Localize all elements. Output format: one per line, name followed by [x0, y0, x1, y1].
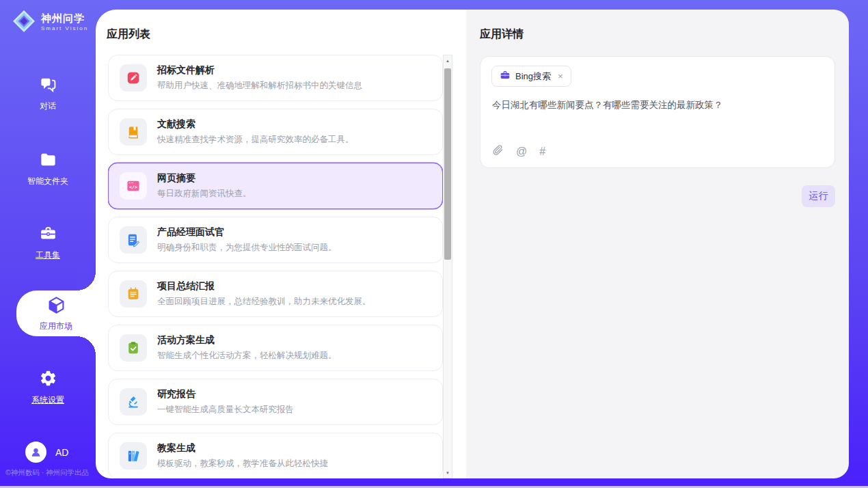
- sidebar-item-label: 系统设置: [31, 394, 64, 406]
- app-name: 活动方案生成: [157, 334, 337, 347]
- folder-icon: [39, 150, 57, 171]
- active-tab-top-curve: [77, 271, 96, 290]
- user-initials: AD: [55, 447, 68, 458]
- sidebar-item-label: 智能文件夹: [27, 176, 68, 187]
- clipboard-check-icon: [120, 334, 147, 362]
- app-name: 网页摘要: [157, 172, 252, 185]
- web-code-icon: </>: [120, 172, 147, 200]
- document-pen-icon: [120, 226, 147, 254]
- sidebar-item-settings[interactable]: 系统设置: [0, 369, 96, 406]
- app-card-literature-search[interactable]: 文献搜索 快速精准查找学术资源，提高研究效率的必备工具。: [108, 109, 443, 155]
- run-button[interactable]: 运行: [802, 185, 835, 207]
- hash-icon[interactable]: #: [539, 146, 545, 157]
- cube-icon: [46, 295, 66, 318]
- app-card-web-summary-selected[interactable]: </> 网页摘要 每日政府新闻资讯快查。: [108, 163, 443, 209]
- briefcase-icon: [500, 70, 511, 83]
- tool-tag-label: Bing搜索: [515, 70, 551, 83]
- sidebar-item-label: 对话: [40, 100, 56, 112]
- scroll-up-button[interactable]: ▲: [444, 55, 452, 66]
- sidebar-item-chat[interactable]: 对话: [0, 75, 96, 112]
- brand-logo: 神州问学 Smart Vision: [12, 9, 88, 36]
- gear-icon: [39, 369, 57, 390]
- app-description: 每日政府新闻资讯快查。: [157, 188, 252, 200]
- app-description: 明确身份和职责，为您提供专业性的面试问题。: [157, 242, 337, 254]
- active-tab-bottom-curve: [77, 336, 96, 355]
- brand-name: 神州问学: [41, 13, 88, 25]
- sidebar-item-smart-folder[interactable]: 智能文件夹: [0, 150, 96, 187]
- microscope-icon: [120, 388, 147, 416]
- sidebar: 神州问学 Smart Vision 对话 智能文件夹: [0, 0, 96, 488]
- app-card-lesson-plan[interactable]: 教案生成 模板驱动，教案秒成，教学准备从此轻松快捷: [108, 433, 443, 477]
- app-name: 招标文件解析: [157, 64, 362, 77]
- copyright-text: ©神州数码 · 神州问学出品: [5, 468, 89, 478]
- app-list-scrollbar[interactable]: ▲ ▼: [443, 55, 452, 478]
- prompt-composer-card[interactable]: Bing搜索 × 今日湖北有哪些新闻要点？有哪些需要关注的最新政策？ @ #: [480, 56, 835, 168]
- sidebar-item-app-market-active[interactable]: 应用市场: [16, 290, 96, 336]
- app-list-title: 应用列表: [107, 27, 150, 42]
- app-card-activity-plan[interactable]: 活动方案生成 智能生成个性化活动方案，轻松解决规划难题。: [108, 325, 443, 371]
- svg-text:</>: </>: [129, 185, 137, 190]
- brand-subtitle: Smart Vision: [41, 26, 88, 32]
- app-list: 招标文件解析 帮助用户快速、准确地理解和解析招标书中的关键信息 文献搜索 快速精…: [108, 55, 443, 477]
- user-account[interactable]: AD: [25, 442, 68, 463]
- app-card-project-summary[interactable]: 项目总结汇报 全面回顾项目进展，总结经验教训，助力未来优化发展。: [108, 271, 443, 317]
- app-card-research-report[interactable]: 研究报告 一键智能生成高质量长文本研究报告: [108, 379, 443, 425]
- paperclip-icon[interactable]: [492, 144, 504, 159]
- sidebar-item-label: 工具集: [36, 249, 60, 261]
- toolbox-icon: [39, 224, 57, 245]
- app-name: 项目总结汇报: [157, 280, 371, 293]
- sidebar-item-toolset[interactable]: 工具集: [0, 224, 96, 261]
- app-detail-panel: 应用详情 Bing搜索 × 今日湖北有哪些新闻要点？有哪些需要关注的最新政策？: [466, 10, 849, 478]
- app-list-panel: 应用列表 招标文件解析 帮助用户快速、准确地理解和解析招标书中的关键信息: [96, 10, 466, 478]
- bid-document-edit-icon: [120, 64, 147, 92]
- app-description: 一键智能生成高质量长文本研究报告: [157, 404, 294, 416]
- app-description: 快速精准查找学术资源，提高研究效率的必备工具。: [157, 134, 354, 146]
- book-icon: [120, 118, 147, 146]
- app-name: 文献搜索: [157, 118, 354, 131]
- note-icon: [120, 280, 147, 308]
- app-description: 智能生成个性化活动方案，轻松解决规划难题。: [157, 350, 337, 362]
- sidebar-item-label: 应用市场: [40, 321, 72, 332]
- app-detail-title: 应用详情: [480, 27, 524, 42]
- app-name: 产品经理面试官: [157, 226, 337, 239]
- mention-icon[interactable]: @: [516, 146, 527, 157]
- prompt-text[interactable]: 今日湖北有哪些新闻要点？有哪些需要关注的最新政策？: [492, 99, 824, 111]
- tool-tag-bing-search[interactable]: Bing搜索 ×: [491, 66, 571, 87]
- avatar: [25, 442, 46, 463]
- scroll-thumb[interactable]: [444, 68, 451, 260]
- app-name: 研究报告: [157, 388, 294, 401]
- app-name: 教案生成: [157, 442, 328, 455]
- composer-toolbar: @ #: [492, 144, 545, 159]
- app-description: 全面回顾项目进展，总结经验教训，助力未来优化发展。: [157, 296, 371, 308]
- app-card-pm-interviewer[interactable]: 产品经理面试官 明确身份和职责，为您提供专业性的面试问题。: [108, 217, 443, 263]
- app-card-bid-document[interactable]: 招标文件解析 帮助用户快速、准确地理解和解析招标书中的关键信息: [108, 55, 443, 101]
- app-description: 帮助用户快速、准确地理解和解析招标书中的关键信息: [157, 80, 362, 92]
- scroll-down-button[interactable]: ▼: [444, 467, 452, 478]
- books-icon: [120, 442, 147, 470]
- app-description: 模板驱动，教案秒成，教学准备从此轻松快捷: [157, 458, 328, 470]
- chat-icon: [39, 75, 57, 96]
- tag-close-icon[interactable]: ×: [558, 71, 563, 81]
- app-window: { "brand": {"name": "神州问学", "subtitle": …: [0, 0, 868, 488]
- brand-diamond-icon: [12, 9, 36, 36]
